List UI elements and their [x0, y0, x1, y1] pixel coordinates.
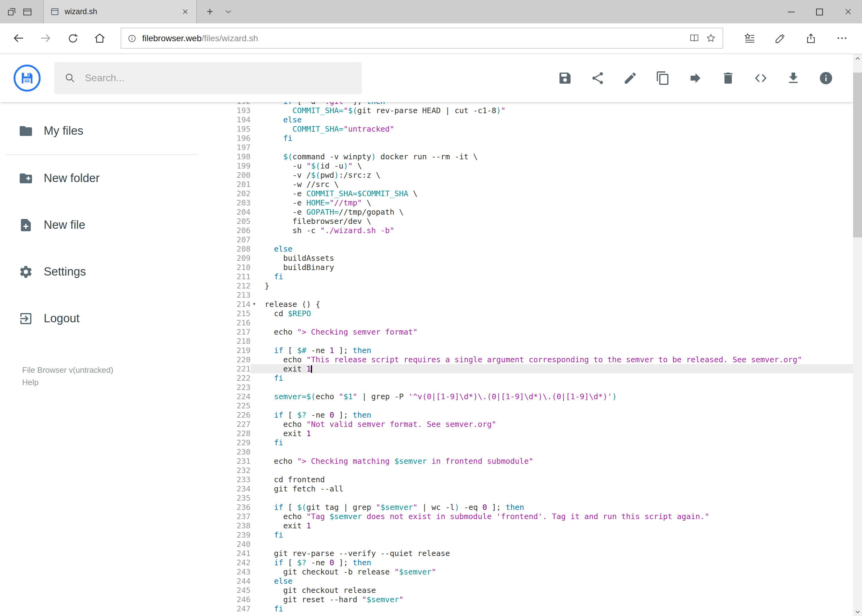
code-editor[interactable]: 192 if [ -d ".git" ]; then193 COMMIT_SHA… — [203, 102, 853, 616]
sidebar-item-my-files[interactable]: My files — [0, 108, 203, 154]
tab-preview-toggle-icon[interactable] — [19, 0, 35, 24]
download-icon[interactable] — [786, 71, 801, 85]
code-line[interactable]: 230 — [203, 447, 853, 456]
code-line[interactable]: 218 — [203, 336, 853, 346]
code-line[interactable]: 221 exit 1 — [203, 364, 853, 373]
more-options-icon[interactable] — [826, 25, 857, 51]
fold-marker-icon[interactable]: ▾ — [251, 300, 258, 309]
code-line[interactable]: 240 — [203, 539, 853, 548]
window-maximize-button[interactable] — [805, 0, 834, 24]
code-line[interactable]: 192 if [ -d ".git" ]; then — [203, 102, 853, 106]
code-line[interactable]: 205 filebrowser/dev \ — [203, 217, 853, 226]
code-line[interactable]: 214▾release () { — [203, 300, 853, 309]
annotate-pen-icon[interactable] — [765, 25, 796, 51]
copy-icon[interactable] — [655, 71, 670, 85]
filebrowser-logo[interactable] — [14, 64, 41, 92]
search-box[interactable] — [54, 62, 362, 94]
code-line[interactable]: 222 fi — [203, 373, 853, 383]
code-line[interactable]: 243 git checkout -b release "$semver" — [203, 567, 853, 576]
scrollbar-thumb[interactable] — [853, 72, 862, 237]
scroll-down-icon[interactable] — [853, 607, 862, 616]
code-line[interactable]: 208 else — [203, 244, 853, 253]
code-line[interactable]: 212} — [203, 281, 853, 290]
code-line[interactable]: 229 fi — [203, 438, 853, 447]
code-line[interactable]: 195 COMMIT_SHA="untracked" — [203, 124, 853, 134]
code-line[interactable]: 228 exit 1 — [203, 429, 853, 438]
site-info-icon[interactable] — [128, 34, 137, 43]
code-line[interactable]: 232 — [203, 466, 853, 475]
code-line[interactable]: 225 — [203, 401, 853, 410]
code-line[interactable]: 199 -u "$(id -u)" \ — [203, 161, 853, 170]
code-line[interactable]: 247 fi — [203, 604, 853, 613]
help-link[interactable]: Help — [22, 376, 203, 389]
code-line[interactable]: 206 sh -c "./wizard.sh -b" — [203, 226, 853, 235]
code-line[interactable]: 209 buildAssets — [203, 253, 853, 262]
code-line[interactable]: 224 semver=$(echo "$1" | grep -P '^v(0|[… — [203, 392, 853, 401]
code-line[interactable]: 227 echo "Not valid semver format. See s… — [203, 420, 853, 429]
share-icon[interactable] — [590, 71, 605, 85]
home-icon[interactable] — [86, 25, 113, 51]
code-line[interactable]: 233 cd frontend — [203, 475, 853, 484]
code-icon[interactable] — [753, 71, 768, 85]
code-line[interactable]: 242 if [ $? -ne 0 ]; then — [203, 558, 853, 567]
sidebar-item-new-file[interactable]: New file — [0, 202, 203, 248]
sidebar-item-settings[interactable]: Settings — [0, 248, 203, 295]
code-line[interactable]: 194 else — [203, 115, 853, 124]
window-close-button[interactable] — [834, 0, 862, 24]
tab-close-icon[interactable] — [180, 7, 190, 17]
code-line[interactable]: 220 echo "This release script requires a… — [203, 355, 853, 364]
code-line[interactable]: 241 git rev-parse --verify --quiet relea… — [203, 548, 853, 558]
code-line[interactable]: 235 — [203, 493, 853, 503]
code-line[interactable]: 238 exit 1 — [203, 521, 853, 530]
favorite-star-icon[interactable] — [705, 33, 716, 44]
page-scrollbar[interactable] — [853, 54, 862, 616]
code-line[interactable]: 245 git checkout release — [203, 586, 853, 595]
browser-tab[interactable]: wizard.sh — [43, 0, 197, 24]
code-line[interactable]: 217 echo "> Checking semver format" — [203, 327, 853, 336]
move-icon[interactable] — [688, 71, 703, 85]
code-line[interactable]: 198 $(command -v winpty) docker run --rm… — [203, 152, 853, 161]
reading-view-icon[interactable] — [689, 33, 700, 44]
tab-list-chevron-icon[interactable] — [219, 0, 238, 24]
scroll-up-icon[interactable] — [853, 54, 862, 63]
code-line[interactable]: 203 -e HOME="//tmp" \ — [203, 198, 853, 207]
code-line[interactable]: 207 — [203, 235, 853, 244]
code-line[interactable]: 200 -v /$(pwd):/src:z \ — [203, 170, 853, 179]
code-line[interactable]: 211 fi — [203, 272, 853, 281]
sidebar-item-new-folder[interactable]: New folder — [0, 155, 203, 202]
edit-icon[interactable] — [622, 71, 637, 85]
share-page-icon[interactable] — [796, 25, 826, 51]
code-line[interactable]: 226 if [ $? -ne 0 ]; then — [203, 410, 853, 420]
code-line[interactable]: 197 — [203, 143, 853, 152]
code-line[interactable]: 239 fi — [203, 530, 853, 539]
search-input[interactable] — [84, 72, 352, 84]
save-icon[interactable] — [557, 71, 572, 85]
refresh-icon[interactable] — [59, 25, 86, 51]
new-tab-button[interactable]: + — [201, 0, 219, 24]
info-icon[interactable] — [818, 71, 833, 85]
code-line[interactable]: 196 fi — [203, 134, 853, 143]
forward-icon[interactable] — [32, 25, 59, 51]
sidebar-item-logout[interactable]: Logout — [0, 295, 203, 342]
code-line[interactable]: 215 cd $REPO — [203, 309, 853, 318]
code-line[interactable]: 204 -e GOPATH=//tmp/gopath \ — [203, 207, 853, 217]
code-line[interactable]: 193 COMMIT_SHA="$(git rev-parse HEAD | c… — [203, 106, 853, 115]
code-line[interactable]: 237 echo "Tag $semver does not exist in … — [203, 512, 853, 521]
url-text[interactable]: filebrowser.web/files/wizard.sh — [142, 33, 683, 43]
code-line[interactable]: 223 — [203, 383, 853, 392]
set-tabs-aside-icon[interactable] — [3, 0, 19, 24]
code-line[interactable]: 210 buildBinary — [203, 262, 853, 272]
code-line[interactable]: 244 else — [203, 576, 853, 586]
code-line[interactable]: 216 — [203, 318, 853, 327]
delete-icon[interactable] — [720, 71, 735, 85]
code-line[interactable]: 201 -w //src \ — [203, 179, 853, 189]
back-icon[interactable] — [5, 25, 32, 51]
code-line[interactable]: 202 -e COMMIT_SHA=$COMMIT_SHA \ — [203, 189, 853, 198]
window-minimize-button[interactable] — [777, 0, 805, 24]
code-line[interactable]: 219 if [ $# -ne 1 ]; then — [203, 346, 853, 355]
code-line[interactable]: 236 if [ $(git tag | grep "$semver" | wc… — [203, 503, 853, 512]
code-line[interactable]: 246 git reset --hard "$semver" — [203, 595, 853, 604]
hub-favorites-icon[interactable] — [734, 25, 765, 51]
code-line[interactable]: 234 git fetch --all — [203, 484, 853, 493]
code-line[interactable]: 213 — [203, 290, 853, 300]
